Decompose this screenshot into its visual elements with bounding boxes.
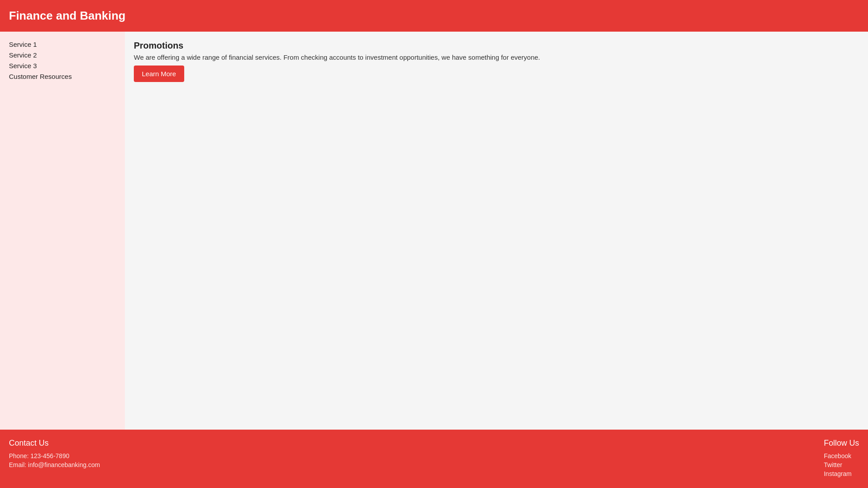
contact-email: Email: info@financebanking.com	[9, 461, 100, 468]
sidebar-item-0[interactable]: Service 1	[9, 41, 116, 49]
social-anchor-instagram[interactable]: Instagram	[824, 470, 851, 477]
social-link-twitter[interactable]: Twitter	[824, 461, 859, 468]
footer-contact: Contact Us Phone: 123-456-7890 Email: in…	[9, 439, 100, 479]
social-title: Follow Us	[824, 439, 859, 448]
contact-phone: Phone: 123-456-7890	[9, 452, 100, 459]
sidebar-item-3[interactable]: Customer Resources	[9, 73, 116, 81]
sidebar-item-2[interactable]: Service 3	[9, 62, 116, 70]
sidebar-link-0[interactable]: Service 1	[9, 41, 37, 48]
footer: Contact Us Phone: 123-456-7890 Email: in…	[0, 430, 868, 488]
site-title: Finance and Banking	[9, 9, 859, 23]
main-container: Service 1Service 2Service 3Customer Reso…	[0, 32, 868, 430]
social-link-instagram[interactable]: Instagram	[824, 470, 859, 477]
sidebar-item-1[interactable]: Service 2	[9, 51, 116, 59]
sidebar-link-2[interactable]: Service 3	[9, 62, 37, 70]
header: Finance and Banking	[0, 0, 868, 32]
learn-more-button[interactable]: Learn More	[134, 66, 184, 82]
sidebar-menu: Service 1Service 2Service 3Customer Reso…	[9, 41, 116, 81]
sidebar-link-3[interactable]: Customer Resources	[9, 73, 72, 80]
sidebar-link-1[interactable]: Service 2	[9, 51, 37, 59]
social-link-facebook[interactable]: Facebook	[824, 452, 859, 459]
sidebar: Service 1Service 2Service 3Customer Reso…	[0, 32, 125, 430]
social-anchor-twitter[interactable]: Twitter	[824, 461, 842, 468]
promotions-title: Promotions	[134, 41, 859, 51]
social-links: FacebookTwitterInstagram	[824, 452, 859, 477]
main-content: Promotions We are offering a wide range …	[125, 32, 868, 430]
contact-title: Contact Us	[9, 439, 100, 448]
promotions-text: We are offering a wide range of financia…	[134, 53, 859, 61]
social-anchor-facebook[interactable]: Facebook	[824, 452, 851, 459]
footer-social: Follow Us FacebookTwitterInstagram	[824, 439, 859, 479]
